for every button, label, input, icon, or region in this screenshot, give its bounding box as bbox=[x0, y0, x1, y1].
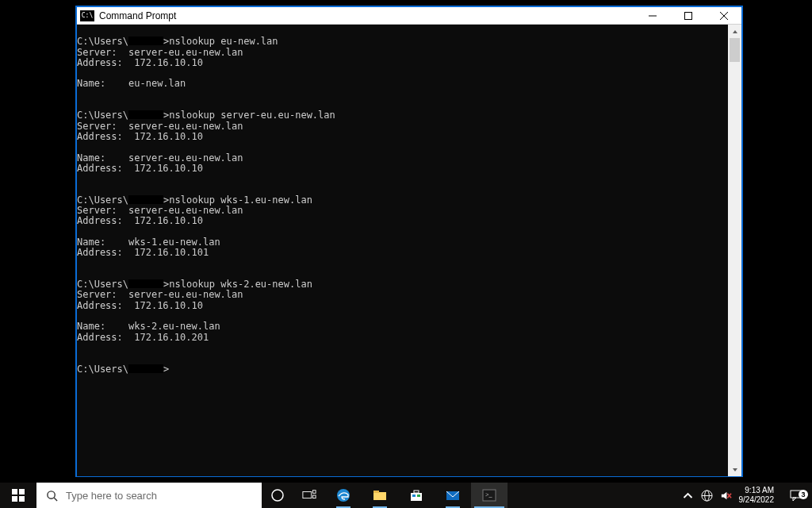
edge-icon bbox=[336, 488, 350, 502]
tray-network-button[interactable] bbox=[698, 483, 717, 508]
svg-rect-14 bbox=[313, 491, 316, 494]
file-explorer-icon bbox=[373, 488, 387, 502]
scrollbar-thumb[interactable] bbox=[730, 38, 740, 62]
taskbar-app-store[interactable] bbox=[398, 483, 435, 508]
minimize-button[interactable] bbox=[634, 7, 670, 24]
svg-marker-33 bbox=[793, 498, 796, 501]
svg-rect-20 bbox=[414, 491, 419, 493]
titlebar[interactable]: C:\ Command Prompt bbox=[77, 7, 741, 25]
svg-point-10 bbox=[48, 491, 55, 498]
taskbar-app-edge[interactable] bbox=[325, 483, 362, 508]
scroll-up-button[interactable] bbox=[728, 25, 741, 38]
svg-rect-17 bbox=[373, 492, 386, 500]
command-prompt-icon: >_ bbox=[482, 488, 496, 502]
svg-marker-4 bbox=[733, 30, 737, 33]
maximize-button[interactable] bbox=[670, 7, 706, 24]
svg-marker-5 bbox=[733, 468, 737, 471]
svg-rect-7 bbox=[19, 489, 25, 495]
clock-time: 9:13 AM bbox=[745, 486, 774, 495]
network-icon bbox=[701, 490, 713, 502]
taskbar-search[interactable]: Type here to search bbox=[36, 483, 262, 508]
clock-date: 9/24/2022 bbox=[739, 495, 775, 505]
taskbar-app-file-explorer[interactable] bbox=[362, 483, 398, 508]
close-button[interactable] bbox=[706, 7, 741, 24]
svg-rect-21 bbox=[412, 495, 416, 497]
taskbar-app-mail[interactable] bbox=[435, 483, 471, 508]
svg-rect-1 bbox=[684, 12, 691, 19]
svg-rect-22 bbox=[417, 495, 420, 497]
command-prompt-window: C:\ Command Prompt C:\Users\>nslookup eu… bbox=[76, 6, 742, 476]
svg-rect-13 bbox=[303, 492, 312, 498]
tray-overflow-button[interactable] bbox=[679, 483, 698, 508]
console-output[interactable]: C:\Users\>nslookup eu-new.lan Server: se… bbox=[77, 25, 728, 476]
svg-line-11 bbox=[54, 498, 57, 501]
taskbar-clock[interactable]: 9:13 AM 9/24/2022 bbox=[736, 486, 781, 505]
task-view-button[interactable] bbox=[293, 483, 325, 508]
search-icon bbox=[46, 490, 58, 502]
tray-volume-button[interactable] bbox=[717, 483, 736, 508]
svg-rect-6 bbox=[12, 489, 17, 495]
system-tray: 9:13 AM 9/24/2022 3 bbox=[679, 483, 813, 508]
start-button[interactable] bbox=[0, 483, 36, 508]
svg-rect-8 bbox=[12, 496, 17, 502]
action-center-button[interactable]: 3 bbox=[780, 488, 812, 502]
volume-muted-icon bbox=[720, 490, 732, 502]
cortana-button[interactable] bbox=[262, 483, 293, 508]
window-title: Command Prompt bbox=[99, 10, 176, 21]
svg-rect-18 bbox=[373, 491, 379, 493]
taskbar-app-command-prompt[interactable]: >_ bbox=[471, 483, 508, 508]
svg-point-12 bbox=[272, 490, 283, 501]
cortana-icon bbox=[270, 488, 285, 502]
command-prompt-icon: C:\ bbox=[80, 10, 94, 21]
store-icon bbox=[409, 488, 423, 502]
svg-marker-29 bbox=[722, 491, 727, 498]
scroll-down-button[interactable] bbox=[728, 463, 741, 476]
svg-rect-15 bbox=[313, 495, 316, 498]
svg-rect-9 bbox=[19, 496, 25, 502]
svg-text:>_: >_ bbox=[485, 491, 493, 498]
mail-icon bbox=[446, 488, 460, 502]
search-placeholder: Type here to search bbox=[66, 490, 157, 502]
chevron-up-icon bbox=[682, 490, 694, 502]
taskbar: Type here to search >_ 9:13 AM 9/24/2022 bbox=[0, 483, 812, 508]
notification-badge: 3 bbox=[799, 490, 808, 499]
task-view-icon bbox=[302, 488, 316, 502]
vertical-scrollbar[interactable] bbox=[728, 25, 741, 476]
